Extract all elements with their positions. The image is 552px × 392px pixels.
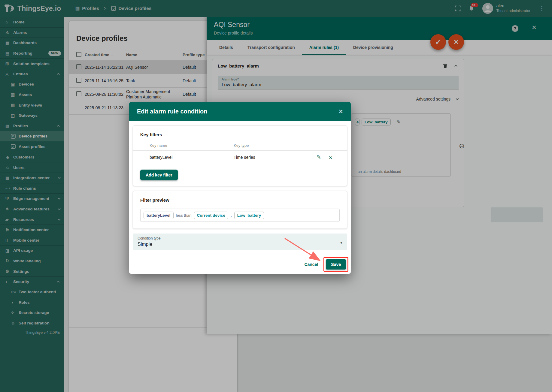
preview-chip-batterylevel: batteryLevel bbox=[144, 212, 174, 219]
dialog-header: Edit alarm rule condition × bbox=[129, 102, 351, 121]
key-filters-header: Key filters bbox=[133, 131, 347, 138]
key-filter-name: batteryLevel bbox=[150, 155, 234, 160]
remove-key-filter-button[interactable]: × bbox=[329, 154, 332, 161]
cancel-button[interactable]: Cancel bbox=[301, 260, 321, 269]
filter-preview-expression: batteryLevelless thanCurrent device.Low_… bbox=[140, 209, 340, 222]
key-type-column-header: Key type bbox=[234, 143, 332, 148]
add-key-filter-button[interactable]: Add key filter bbox=[140, 170, 178, 180]
filter-preview-title: Filter preview bbox=[140, 198, 333, 203]
chevron-up-icon bbox=[337, 197, 337, 203]
condition-type-label: Condition type bbox=[138, 236, 342, 240]
preview-chip-low-battery: Low_battery bbox=[234, 212, 264, 219]
key-filter-row: batteryLevel Time series ✎ × bbox=[133, 151, 347, 164]
key-name-column-header: Key name bbox=[150, 143, 234, 148]
collapse-key-filters-button[interactable] bbox=[333, 131, 340, 138]
filter-preview-card: Filter preview batteryLevelless thanCurr… bbox=[133, 191, 347, 229]
key-filters-column-headers: Key name Key type bbox=[133, 138, 347, 151]
dialog-footer: Cancel Save bbox=[301, 259, 346, 270]
edit-alarm-rule-condition-dialog: Edit alarm rule condition × Key filters … bbox=[129, 102, 351, 274]
edit-key-filter-button[interactable]: ✎ bbox=[317, 154, 321, 161]
filter-preview-header: Filter preview bbox=[133, 196, 347, 204]
save-button[interactable]: Save bbox=[326, 259, 346, 270]
collapse-filter-preview-button[interactable] bbox=[333, 196, 340, 204]
condition-type-value: Simple bbox=[138, 242, 342, 247]
key-filters-card: Key filters Key name Key type batteryLev… bbox=[133, 125, 347, 186]
dialog-close-button[interactable]: × bbox=[338, 108, 343, 115]
chevron-up-icon bbox=[337, 132, 337, 137]
dropdown-caret-icon: ▾ bbox=[340, 240, 342, 245]
dialog-title: Edit alarm rule condition bbox=[137, 108, 338, 115]
preview-operator-text: less than bbox=[176, 213, 192, 218]
app-root: ThingsEye.io ▧ Profiles > D Device profi… bbox=[0, 0, 552, 392]
key-filter-type: Time series bbox=[234, 155, 309, 160]
key-filters-title: Key filters bbox=[140, 132, 333, 137]
preview-chip-current-device: Current device bbox=[194, 212, 229, 219]
condition-type-select[interactable]: Condition type Simple ▾ bbox=[133, 234, 347, 250]
preview-operator-text: . bbox=[231, 213, 232, 218]
